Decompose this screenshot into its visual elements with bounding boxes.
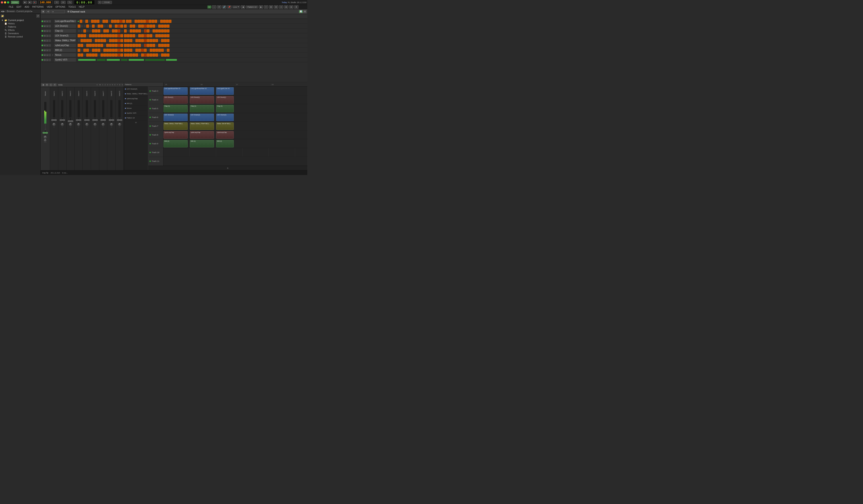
rack-up-6[interactable]: ▲: [46, 44, 48, 47]
menu-tools[interactable]: TOOLS: [68, 6, 76, 8]
nav-forward[interactable]: ▶: [3, 10, 5, 13]
song-block-clap-3[interactable]: Clap (1): [216, 105, 234, 112]
rack-name-9[interactable]: Synth1 VSTi: [54, 58, 76, 62]
nav-back[interactable]: ◀: [1, 10, 3, 13]
plist-vybe[interactable]: ■ vybeLazyClap: [124, 96, 148, 101]
loop-btn[interactable]: ⟳: [217, 5, 222, 9]
step-1-16[interactable]: [123, 20, 125, 23]
rack-down-7[interactable]: —: [49, 49, 51, 51]
stop-button[interactable]: ■: [28, 1, 32, 4]
step-1-21[interactable]: [137, 20, 140, 23]
rack-up-9[interactable]: ▲: [46, 59, 48, 61]
song-block-808-1[interactable]: 808 (2): [163, 140, 188, 147]
step-1-6[interactable]: [94, 20, 97, 23]
plist-pattern10[interactable]: ■ Pattern 10: [124, 116, 148, 120]
minimize-button[interactable]: [4, 1, 6, 3]
rack-up-5[interactable]: ▲: [46, 39, 48, 42]
song-block-drum-2[interactable]: LEX Drum(1): [190, 96, 214, 104]
step-1-29[interactable]: [160, 20, 163, 23]
step-1-30[interactable]: [163, 20, 166, 23]
plist-808[interactable]: ■ 808 (2): [124, 101, 148, 106]
track-11-led[interactable]: [149, 160, 151, 162]
mixer-collapse-btn[interactable]: ◀: [41, 83, 45, 86]
mode-btn-1[interactable]: ⟲: [54, 1, 59, 4]
step-2-6[interactable]: [92, 25, 95, 28]
menu-options[interactable]: OPTIONS: [55, 6, 65, 8]
track-7-led[interactable]: [149, 126, 151, 127]
insert-5-fader-area[interactable]: [83, 118, 91, 122]
mixer-link-btn[interactable]: L: [49, 83, 52, 86]
track-6-led[interactable]: [149, 117, 151, 118]
insert-3-knob[interactable]: [69, 123, 72, 126]
record-button[interactable]: ●: [33, 1, 37, 4]
rack-name-8[interactable]: Nexus: [54, 53, 76, 57]
insert-6-fader[interactable]: [92, 119, 98, 121]
step-2-1[interactable]: [78, 25, 80, 28]
step-1-18[interactable]: [129, 20, 132, 23]
rack-up-1[interactable]: ▲: [46, 20, 48, 22]
song-block-lex-3[interactable]: LexLugerB..lter #2: [216, 87, 234, 95]
current-project-header[interactable]: ▼ 📁 Current project: [1, 18, 39, 22]
menu-patterns[interactable]: PATTERNS: [32, 6, 44, 8]
song-block-vybe-3[interactable]: vybeLazyClap: [216, 131, 234, 139]
play-button[interactable]: ▶: [23, 1, 27, 4]
nav-current-project[interactable]: Current project: [16, 10, 31, 13]
close-button[interactable]: [1, 1, 3, 3]
rack-name-1[interactable]: LexLugerBrassFilter #2: [54, 20, 76, 23]
insert-2-knob[interactable]: [61, 123, 64, 126]
song-block-vybe-1[interactable]: vybeLazyClap: [163, 131, 188, 139]
track-9-led[interactable]: [149, 143, 151, 144]
step-1-4[interactable]: [88, 20, 91, 23]
insert-3-fader[interactable]: [68, 120, 73, 122]
song-block-snare-1[interactable]: LEX Snare(2): [163, 114, 188, 121]
track-5-led[interactable]: [149, 108, 151, 109]
rack-mute-8[interactable]: ◀: [44, 54, 46, 56]
song-block-drum-1[interactable]: LEX Drum(1): [163, 96, 188, 104]
track-4-led[interactable]: [149, 99, 151, 101]
step-2-2[interactable]: [80, 25, 83, 28]
new-folder-btn[interactable]: 📁: [1, 14, 4, 17]
mixer-fx-btn[interactable]: F: [53, 83, 57, 86]
insert-8-knob[interactable]: [110, 123, 113, 126]
insert-8-fader-area[interactable]: [107, 118, 115, 122]
rack-up-4[interactable]: ▲: [46, 35, 48, 37]
tool1[interactable]: +: [264, 5, 268, 9]
rack-name-4[interactable]: LEX Snare(2): [54, 34, 76, 38]
insert-3-fader-area[interactable]: [66, 118, 74, 122]
step-2-5[interactable]: [89, 25, 92, 28]
step-2-4[interactable]: [86, 25, 89, 28]
insert-4-fader[interactable]: [76, 119, 81, 121]
mode-btn-2[interactable]: 32: [61, 1, 66, 4]
rack-led-4[interactable]: [41, 35, 43, 37]
step-1-27[interactable]: [154, 20, 157, 23]
pin-btn[interactable]: 📌: [227, 5, 232, 9]
rack-collapse-btn[interactable]: ◀: [41, 10, 45, 13]
step-2-9[interactable]: [101, 25, 103, 28]
sidebar-item-patterns[interactable]: ♪ Patterns: [1, 25, 39, 28]
master-fader-handle[interactable]: [42, 132, 48, 133]
step-1-15[interactable]: [120, 20, 122, 23]
step-2-10[interactable]: [103, 25, 106, 28]
sidebar-item-effects[interactable]: 🔌 Effects: [1, 28, 39, 32]
track-3-led[interactable]: [149, 90, 151, 92]
song-block-808-2[interactable]: 808 (2): [190, 140, 214, 147]
rack-led-5[interactable]: [41, 40, 43, 41]
rack-name-3[interactable]: Clap (1): [54, 29, 76, 33]
tool4[interactable]: ≡: [279, 5, 283, 9]
rack-up-3[interactable]: ▲: [46, 30, 48, 32]
step-1-31[interactable]: [166, 20, 168, 23]
add-track-btn[interactable]: +: [148, 166, 307, 170]
insert-5-knob[interactable]: [85, 123, 88, 126]
song-block-drum-3[interactable]: LEX Drum(1): [216, 96, 234, 104]
rack-mute-6[interactable]: ◀: [44, 44, 46, 47]
track-8-led[interactable]: [149, 134, 151, 135]
insert-4-knob[interactable]: [77, 123, 80, 126]
prev-btn[interactable]: ◀: [241, 5, 245, 9]
sidebar-item-generators[interactable]: 🎛 Generators: [1, 32, 39, 35]
rack-down-9[interactable]: —: [49, 59, 51, 61]
master-knob-stereo[interactable]: [44, 139, 47, 142]
rack-bar-icon[interactable]: 📊: [299, 10, 303, 13]
rack-mute-9[interactable]: ◀: [44, 59, 46, 61]
tool6[interactable]: ⊗: [289, 5, 293, 9]
step-1-10[interactable]: [105, 20, 108, 23]
